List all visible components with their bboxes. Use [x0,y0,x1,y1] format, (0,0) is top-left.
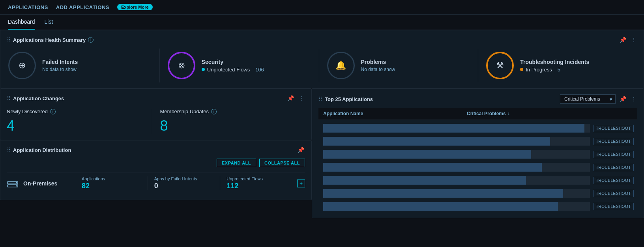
top25-title: Top 25 Applications [325,96,373,102]
row-action: TROUBLESHOOT [593,164,633,171]
more-icon[interactable]: ⋮ [630,36,637,44]
row-bar-container [323,176,590,185]
troubleshooting-icon: ⚒ [496,60,504,71]
troubleshooting-title: Troubleshooting Incidents [520,59,589,65]
dist-metric-applications: Applications 82 [75,176,148,190]
app-changes-card: ⠿ Application Changes 📌 ⋮ Newly Discover… [0,88,312,140]
row-bar [323,124,584,133]
table-col-problems-header: Critical Problems ↓ [467,111,593,116]
failed-intents-sub: No data to show [42,67,78,72]
security-metric-value: 106 [255,67,264,73]
app-distribution-pin-icon[interactable]: 📌 [297,146,305,154]
row-action: TROUBLESHOOT [593,203,633,210]
troubleshooting-metric: In Progress 5 [520,67,589,73]
problems-info: Problems No data to show [361,59,395,72]
membership-updates-label-text: Membership Updates [160,109,209,114]
membership-updates-info-icon[interactable]: i [211,109,217,114]
table-row: TROUBLESHOOT [318,174,637,186]
health-summary-info-icon[interactable]: i [88,37,94,43]
newly-discovered-label-text: Newly Discovered [7,109,48,114]
newly-discovered-value: 4 [7,118,144,134]
row-bar-container [323,163,590,172]
pin-icon[interactable]: 📌 [619,36,627,44]
table-header: Application Name Critical Problems ↓ [318,108,637,120]
top25-card: ⠿ Top 25 Applications Critical Problems … [312,88,644,218]
troubleshooting-circle: ⚒ [486,52,514,79]
top25-header: ⠿ Top 25 Applications Critical Problems … [318,94,637,104]
svg-point-2 [16,182,17,183]
app-changes-pin-icon[interactable]: 📌 [286,94,295,102]
row-bar [323,202,558,211]
drag-icon: ⠿ [7,37,11,43]
svg-point-3 [16,185,17,186]
explore-more-button[interactable]: Explore More [117,4,153,10]
health-summary-actions: 📌 ⋮ [619,36,637,44]
collapse-all-button[interactable]: COLLAPSE ALL [259,159,305,167]
top25-dropdown[interactable]: Critical Problems Unprotected Flows Fail… [560,94,616,104]
row-bar [323,163,542,172]
nav-applications[interactable]: APPLICATIONS [8,4,48,10]
table-rows: TROUBLESHOOT TROUBLESHOOT [318,122,637,212]
problems-sub: No data to show [361,67,395,72]
troubleshoot-button[interactable]: TROUBLESHOOT [593,164,634,171]
app-distribution-title: Application Distribution [13,147,71,153]
on-premises-dist-item: On-Premises Applications 82 Apps by Fail… [7,172,305,194]
row-bar-container [323,124,590,133]
health-summary-card: ⠿ Applications Health Summary i 📌 ⋮ ⊕ Fa… [0,30,644,88]
health-item-security: ⊗ Security Unprotected Flows 106 [160,49,319,82]
membership-updates-metric: Membership Updates i 8 [152,109,305,134]
row-bar-container [323,150,590,159]
dist-metric-failed-intents-label: Apps by Failed Intents [154,176,214,181]
changes-metrics: Newly Discovered i 4 Membership Updates … [7,109,305,134]
on-premises-icon [7,179,19,188]
row-bar [323,176,526,185]
app-changes-more-icon[interactable]: ⋮ [298,94,305,102]
troubleshoot-button[interactable]: TROUBLESHOOT [593,177,634,184]
security-metric: Unprotected Flows 106 [202,67,264,73]
dist-metric-failed-intents: Apps by Failed Intents 0 [148,176,221,190]
troubleshooting-dot [520,68,523,71]
row-bar [323,189,563,198]
top25-pin-icon[interactable]: 📌 [619,95,627,103]
top25-drag-icon: ⠿ [318,96,322,102]
nav-add-applications[interactable]: ADD APPLICATIONS [56,4,109,10]
app-changes-drag-icon: ⠿ [7,95,11,101]
dist-metric-applications-value: 82 [82,182,141,190]
health-summary-title: Applications Health Summary [13,37,86,43]
app-changes-header: ⠿ Application Changes 📌 ⋮ [7,94,305,102]
tab-list[interactable]: List [45,15,53,30]
security-icon: ⊗ [178,60,185,71]
table-row: TROUBLESHOOT [318,148,637,160]
top25-more-icon[interactable]: ⋮ [630,95,637,103]
table-row: TROUBLESHOOT [318,122,637,134]
table-row: TROUBLESHOOT [318,161,637,173]
app-changes-header-left: ⠿ Application Changes [7,95,64,101]
membership-updates-value: 8 [160,118,298,134]
row-action: TROUBLESHOOT [593,125,633,132]
expand-all-button[interactable]: EXPAND ALL [217,159,256,167]
failed-intents-title: Failed Intents [42,59,78,65]
bottom-grid: ⠿ Application Changes 📌 ⋮ Newly Discover… [0,88,644,218]
troubleshoot-button[interactable]: TROUBLESHOOT [593,138,634,145]
top-nav: APPLICATIONS ADD APPLICATIONS Explore Mo… [0,0,644,15]
troubleshoot-button[interactable]: TROUBLESHOOT [593,125,634,132]
sub-tabs: Dashboard List [0,15,644,30]
troubleshoot-button[interactable]: TROUBLESHOOT [593,151,634,158]
dist-metric-unprotected-flows-label: Unprotected Flows [227,176,286,181]
dist-expand-button[interactable]: + [297,180,305,187]
table-row: TROUBLESHOOT [318,200,637,212]
app-changes-title: Application Changes [13,95,64,101]
failed-intents-icon: ⊕ [19,60,26,71]
troubleshoot-button[interactable]: TROUBLESHOOT [593,203,634,210]
table-row: TROUBLESHOOT [318,135,637,147]
row-bar [323,137,550,146]
tab-dashboard[interactable]: Dashboard [8,15,35,30]
newly-discovered-info-icon[interactable]: i [50,109,56,114]
failed-intents-circle: ⊕ [8,52,36,79]
distribution-actions: EXPAND ALL COLLAPSE ALL [7,159,305,167]
row-bar [323,150,531,159]
security-info: Security Unprotected Flows 106 [202,59,264,73]
failed-intents-info: Failed Intents No data to show [42,59,78,72]
troubleshoot-button[interactable]: TROUBLESHOOT [593,190,634,197]
table-col-app-header: Application Name [323,111,467,116]
